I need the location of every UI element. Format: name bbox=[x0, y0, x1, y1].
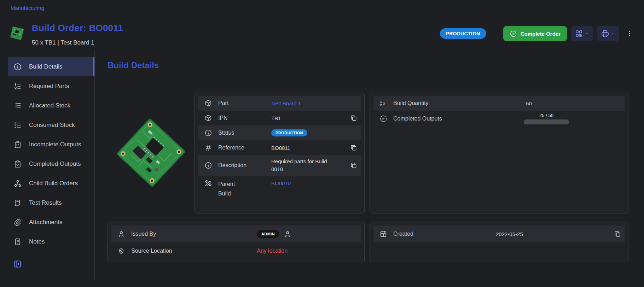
sidebar-item-allocated-stock[interactable]: Allocated Stock bbox=[8, 96, 94, 115]
table-row-issued-by: Issued By ADMIN bbox=[111, 226, 361, 242]
row-label: Reference bbox=[218, 145, 271, 151]
row-label: Issued By bbox=[131, 231, 257, 237]
part-link[interactable]: Test Board 1 bbox=[271, 100, 301, 106]
printer-icon bbox=[601, 29, 609, 38]
map-pin-icon bbox=[117, 247, 125, 255]
sidebar-item-build-details[interactable]: Build Details bbox=[8, 57, 94, 76]
table-row-reference: Reference BO0011 bbox=[198, 140, 361, 155]
row-label: Part bbox=[218, 100, 271, 106]
sidebar-item-label: Build Details bbox=[29, 63, 63, 70]
copy-icon bbox=[350, 144, 357, 151]
row-label: Completed Outputs bbox=[393, 116, 524, 122]
sidebar-item-required-parts[interactable]: Required Parts bbox=[8, 76, 94, 96]
paperclip-icon bbox=[13, 218, 22, 227]
chevron-down-icon bbox=[585, 31, 590, 36]
sidebar-item-label: Consumed Stock bbox=[29, 122, 75, 129]
description-value: Required parts for Build 0010 bbox=[271, 158, 329, 173]
qrcode-icon bbox=[575, 29, 583, 38]
copy-reference-button[interactable] bbox=[349, 144, 358, 152]
row-label: Status bbox=[218, 130, 271, 136]
circle-check-icon bbox=[510, 30, 517, 37]
row-label: Build Quantity bbox=[393, 100, 524, 106]
table-row-ipn: IPN TB1 bbox=[198, 111, 361, 125]
build-quantity-value: 50 bbox=[524, 100, 532, 106]
page-title: Build Order: BO0011 bbox=[32, 23, 123, 34]
list-icon bbox=[13, 101, 22, 110]
sidebar-item-child-build-orders[interactable]: Child Build Orders bbox=[8, 174, 94, 193]
hash-icon bbox=[204, 144, 212, 152]
chevron-down-icon bbox=[611, 31, 616, 36]
copy-ipn-button[interactable] bbox=[349, 114, 358, 122]
part-thumbnail[interactable] bbox=[8, 25, 25, 42]
table-row-completed-outputs: Completed Outputs 25 / 50 bbox=[373, 111, 625, 127]
notebook-icon bbox=[13, 238, 22, 246]
sidebar-item-label: Required Parts bbox=[29, 83, 69, 90]
sidebar: Build Details Required Parts Allocated S… bbox=[0, 51, 95, 280]
sidebar-item-notes[interactable]: Notes bbox=[8, 232, 94, 251]
calendar-icon bbox=[379, 230, 387, 238]
box-icon bbox=[204, 99, 212, 107]
title-block: Build Order: BO0011 50 x TB1 | Test Boar… bbox=[32, 23, 123, 46]
created-card: Created 2022-05-25 bbox=[370, 222, 628, 263]
sidebar-divider bbox=[8, 255, 94, 255]
pcb-image bbox=[110, 112, 192, 194]
pcb-thumbnail-image bbox=[9, 25, 25, 41]
details-grid: Part Test Board 1 IPN TB1 Status PRODUCT… bbox=[108, 92, 628, 263]
row-label: Source Location bbox=[131, 248, 257, 254]
numbers-123-icon: 123 bbox=[379, 99, 387, 107]
print-actions-button[interactable] bbox=[597, 26, 619, 41]
table-row-created: Created 2022-05-25 bbox=[373, 226, 625, 242]
main-panel: Build Details Part Test Board 1 IPN bbox=[95, 51, 644, 280]
sidebar-collapse-button[interactable] bbox=[13, 259, 22, 269]
sidebar-item-incomplete-outputs[interactable]: Incomplete Outputs bbox=[8, 135, 94, 154]
complete-order-button[interactable]: Complete Order bbox=[503, 26, 567, 41]
panel-title: Build Details bbox=[108, 60, 628, 70]
table-row-description: Description Required parts for Build 001… bbox=[198, 155, 361, 176]
breadcrumb: Manufacturing bbox=[4, 0, 640, 16]
details-cell: Part Test Board 1 IPN TB1 Status PRODUCT… bbox=[108, 92, 365, 213]
copy-icon bbox=[614, 230, 621, 238]
status-badge: PRODUCTION bbox=[271, 129, 307, 136]
quantities-card: 123 Build Quantity 50 Completed Outputs … bbox=[370, 92, 628, 213]
copy-icon bbox=[350, 115, 357, 122]
sidebar-item-label: Completed Outputs bbox=[29, 160, 81, 168]
sidebar-item-label: Incomplete Outputs bbox=[29, 141, 81, 148]
svg-text:3: 3 bbox=[383, 102, 385, 105]
sidebar-collapse-icon bbox=[13, 259, 22, 269]
breadcrumb-link-manufacturing[interactable]: Manufacturing bbox=[11, 5, 44, 11]
content: Build Details Required Parts Allocated S… bbox=[0, 51, 644, 280]
table-row-parent-build: Parent Build BO0010 bbox=[198, 176, 361, 210]
copy-icon bbox=[350, 162, 357, 169]
reference-value: BO0011 bbox=[271, 145, 345, 151]
build-details-card: Part Test Board 1 IPN TB1 Status PRODUCT… bbox=[195, 92, 365, 213]
row-label: Parent Build bbox=[218, 179, 243, 198]
list-numbers-icon bbox=[13, 82, 22, 90]
parent-build-link[interactable]: BO0010 bbox=[271, 180, 291, 186]
sidebar-item-label: Allocated Stock bbox=[29, 102, 70, 109]
page-header: Build Order: BO0011 50 x TB1 | Test Boar… bbox=[0, 16, 644, 51]
tools-icon bbox=[204, 179, 212, 187]
sidebar-item-completed-outputs[interactable]: Completed Outputs bbox=[8, 154, 94, 174]
svg-text:2: 2 bbox=[380, 103, 382, 107]
sidebar-item-label: Test Results bbox=[29, 199, 62, 206]
user-icon bbox=[284, 230, 291, 238]
created-value: 2022-05-25 bbox=[496, 231, 609, 237]
info-circle-icon bbox=[204, 129, 212, 137]
sidebar-item-label: Attachments bbox=[29, 219, 63, 226]
table-row-status: Status PRODUCTION bbox=[198, 125, 361, 140]
copy-created-button[interactable] bbox=[613, 230, 622, 238]
copy-description-button[interactable] bbox=[349, 161, 358, 170]
barcode-actions-button[interactable] bbox=[571, 26, 593, 41]
progress-check-icon bbox=[379, 115, 387, 123]
more-actions-button[interactable] bbox=[624, 28, 635, 39]
page-subtitle: 50 x TB1 | Test Board 1 bbox=[32, 39, 123, 46]
source-location-value: Any location bbox=[257, 248, 361, 254]
sidebar-item-consumed-stock[interactable]: Consumed Stock bbox=[8, 115, 94, 135]
row-label: Created bbox=[393, 231, 496, 237]
sidebar-item-attachments[interactable]: Attachments bbox=[8, 212, 94, 232]
sidebar-item-label: Child Build Orders bbox=[29, 180, 78, 187]
info-circle-icon bbox=[204, 162, 212, 169]
sidebar-item-test-results[interactable]: Test Results bbox=[8, 193, 94, 212]
file-check-icon bbox=[13, 199, 22, 207]
header-actions: PRODUCTION Complete Order bbox=[440, 26, 635, 41]
